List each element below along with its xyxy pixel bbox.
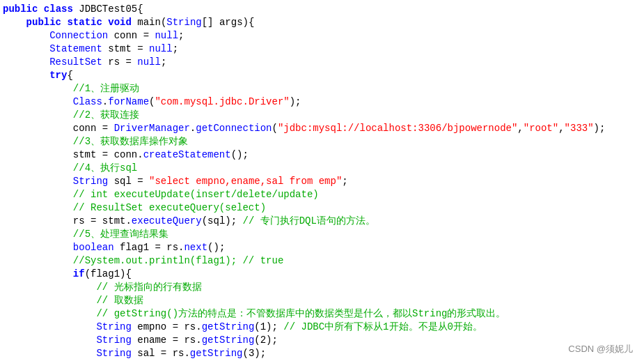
code-line-2: public static void main(String[] args){ bbox=[0, 16, 644, 29]
code-line-9: //2、获取连接 bbox=[0, 109, 644, 122]
watermark: CSDN @须妮儿 bbox=[568, 343, 633, 355]
code-line-8: Class.forName("com.mysql.jdbc.Driver"); bbox=[0, 95, 644, 109]
code-line-25: String empno = rs.getString(1); // JDBC中… bbox=[0, 321, 644, 334]
code-line-27: String sal = rs.getString(3); bbox=[0, 347, 644, 360]
code-line-3: Connection conn = null; bbox=[0, 29, 644, 43]
code-line-17: rs = stmt.executeQuery(sql); // 专门执行DQL语… bbox=[0, 215, 644, 228]
code-line-21: if(flag1){ bbox=[0, 268, 644, 281]
code-line-20: //System.out.println(flag1); // true bbox=[0, 254, 644, 268]
code-line-12: stmt = conn.createStatement(); bbox=[0, 148, 644, 162]
code-line-23: // 取数据 bbox=[0, 294, 644, 307]
code-line-7: //1、注册驱动 bbox=[0, 82, 644, 95]
code-line-11: //3、获取数据库操作对象 bbox=[0, 135, 644, 148]
code-line-26: String ename = rs.getString(2); bbox=[0, 334, 644, 347]
code-line-10: conn = DriverManager.getConnection("jdbc… bbox=[0, 122, 644, 135]
code-line-5: ResultSet rs = null; bbox=[0, 56, 644, 69]
keyword-class: class bbox=[44, 3, 73, 15]
code-line-4: Statement stmt = null; bbox=[0, 43, 644, 56]
code-line-16: // ResultSet executeQuery(select) bbox=[0, 201, 644, 215]
code-line-22: // 光标指向的行有数据 bbox=[0, 281, 644, 294]
code-line-13: //4、执行sql bbox=[0, 162, 644, 175]
code-line-14: String sql = "select empno,ename,sal fro… bbox=[0, 175, 644, 188]
keyword-public: public bbox=[3, 3, 38, 15]
code-line-18: //5、处理查询结果集 bbox=[0, 228, 644, 241]
code-line-24: // getString()方法的特点是：不管数据库中的数据类型是什么，都以St… bbox=[0, 307, 644, 321]
code-line-6: try{ bbox=[0, 69, 644, 82]
code-line-1: public class JDBCTest05{ bbox=[0, 3, 644, 16]
code-editor: public class JDBCTest05{ public static v… bbox=[0, 0, 644, 361]
code-line-15: // int executeUpdate(insert/delete/updat… bbox=[0, 188, 644, 201]
code-line-19: boolean flag1 = rs.next(); bbox=[0, 241, 644, 254]
